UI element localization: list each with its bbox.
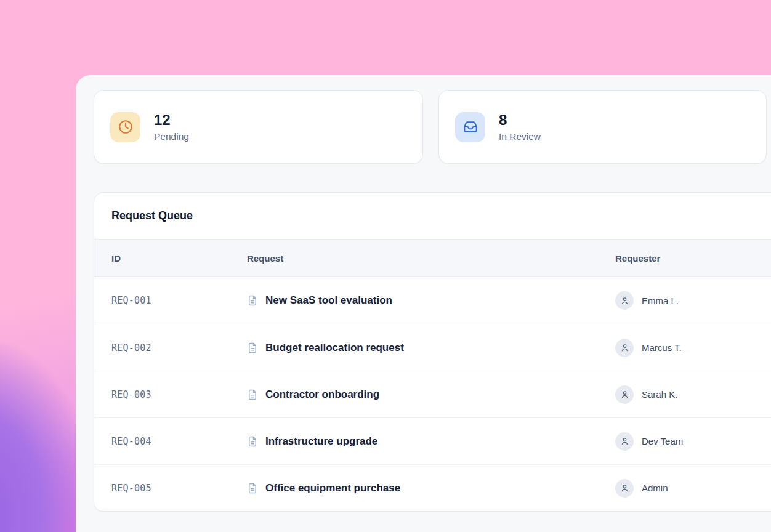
- document-icon: [247, 483, 258, 494]
- requester-cell: Marcus T.: [615, 339, 771, 357]
- request-title: Infrastructure upgrade: [265, 435, 377, 448]
- stat-card-in-review: 8 In Review: [438, 90, 767, 164]
- request-cell: Contractor onboarding: [247, 389, 615, 401]
- in-review-count: 8: [499, 111, 541, 129]
- pending-label: Pending: [154, 131, 189, 142]
- request-id: REQ-003: [94, 389, 247, 400]
- request-cell: Office equipment purchase: [247, 482, 615, 494]
- requester-name: Sarah K.: [642, 389, 677, 400]
- clock-icon: [110, 112, 140, 142]
- avatar: [615, 432, 634, 451]
- document-icon: [247, 436, 258, 447]
- table-row[interactable]: REQ-003 Contractor onboarding: [94, 371, 771, 417]
- avatar: [615, 385, 634, 404]
- table-row[interactable]: REQ-001 New SaaS tool evaluation: [94, 277, 771, 324]
- request-id: REQ-005: [94, 483, 247, 494]
- column-header-id: ID: [94, 253, 247, 264]
- request-id: REQ-002: [94, 342, 247, 353]
- requester-cell: Sarah K.: [615, 385, 771, 404]
- stat-text-pending: 12 Pending: [154, 111, 189, 142]
- table-row[interactable]: REQ-005 Office equipment purchase: [94, 464, 771, 511]
- avatar: [615, 339, 634, 357]
- request-title: Contractor onboarding: [265, 389, 379, 401]
- requester-cell: Emma L.: [615, 291, 771, 310]
- document-icon: [247, 389, 258, 400]
- request-cell: Budget reallocation request: [247, 342, 615, 354]
- table-title: Request Queue: [111, 209, 193, 222]
- stat-card-pending: 12 Pending: [94, 90, 423, 164]
- request-cell: Infrastructure upgrade: [247, 435, 615, 448]
- request-title: Budget reallocation request: [265, 342, 404, 354]
- request-id: REQ-001: [94, 295, 247, 306]
- table-header-row: ID Request Requester: [94, 240, 771, 277]
- table-row[interactable]: REQ-004 Infrastructure upgrade: [94, 417, 771, 464]
- in-review-label: In Review: [499, 131, 541, 142]
- requester-name: Marcus T.: [642, 342, 682, 353]
- requester-name: Emma L.: [642, 296, 679, 306]
- pending-count: 12: [154, 111, 189, 129]
- request-id: REQ-004: [94, 436, 247, 447]
- request-title: Office equipment purchase: [265, 482, 400, 494]
- avatar: [615, 479, 634, 498]
- page-background: 12 Pending 8 In Review Requ: [0, 0, 771, 532]
- table-row[interactable]: REQ-002 Budget reallocation request: [94, 324, 771, 371]
- inbox-icon: [455, 112, 485, 142]
- table-title-block: Request Queue: [94, 193, 771, 240]
- requester-cell: Dev Team: [615, 432, 771, 451]
- requester-name: Admin: [642, 483, 668, 493]
- stats-row: 12 Pending 8 In Review: [94, 90, 771, 164]
- main-panel: 12 Pending 8 In Review Requ: [76, 75, 771, 532]
- requester-cell: Admin: [615, 479, 771, 498]
- request-queue-card: Request Queue ID Request Requester REQ-0…: [94, 192, 771, 512]
- request-cell: New SaaS tool evaluation: [247, 294, 615, 307]
- document-icon: [247, 342, 258, 353]
- request-title: New SaaS tool evaluation: [265, 294, 392, 307]
- requester-name: Dev Team: [642, 436, 683, 446]
- document-icon: [247, 295, 258, 306]
- column-header-requester: Requester: [615, 253, 771, 264]
- column-header-request: Request: [247, 253, 615, 264]
- stat-text-in-review: 8 In Review: [499, 111, 541, 142]
- avatar: [615, 291, 634, 310]
